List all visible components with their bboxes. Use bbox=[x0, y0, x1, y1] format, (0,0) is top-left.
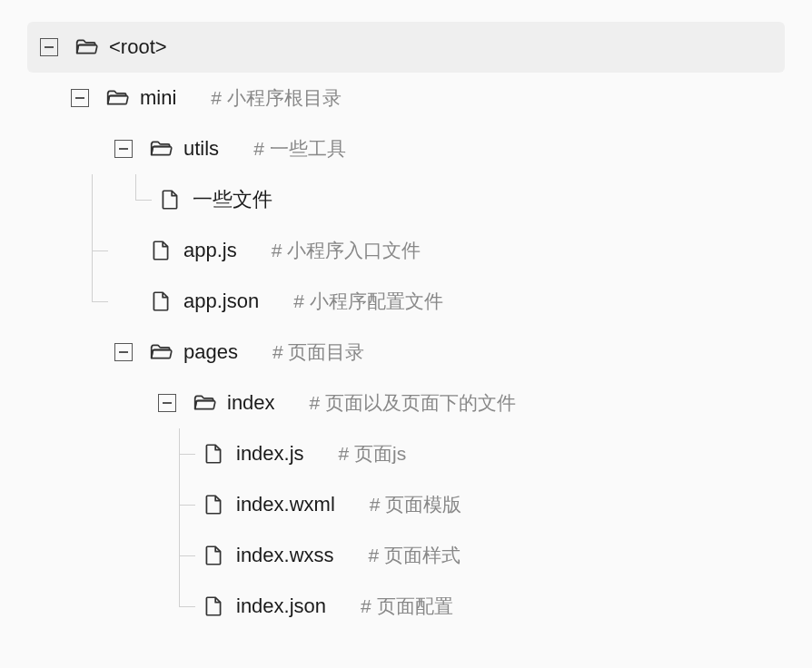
node-label: mini bbox=[140, 86, 176, 110]
tree-row-index-json[interactable]: index.json # 页面配置 bbox=[27, 581, 785, 632]
node-label: <root> bbox=[109, 35, 167, 59]
node-label: index.js bbox=[236, 442, 304, 466]
node-label: index.wxss bbox=[236, 544, 334, 567]
node-comment: # 一些工具 bbox=[253, 136, 346, 162]
collapse-icon[interactable] bbox=[71, 89, 89, 107]
node-label: app.json bbox=[183, 290, 259, 313]
file-icon bbox=[149, 239, 173, 262]
file-icon bbox=[149, 290, 173, 313]
node-comment: # 页面js bbox=[339, 441, 407, 467]
node-label: 一些文件 bbox=[193, 186, 272, 213]
node-comment: # 页面以及页面下的文件 bbox=[310, 390, 517, 416]
tree-row-index-js[interactable]: index.js # 页面js bbox=[27, 428, 785, 479]
folder-open-icon bbox=[74, 35, 98, 59]
collapse-icon[interactable] bbox=[114, 140, 133, 158]
folder-open-icon bbox=[105, 86, 129, 110]
node-label: utils bbox=[183, 137, 219, 161]
node-comment: # 页面目录 bbox=[272, 339, 365, 365]
folder-open-icon bbox=[193, 391, 216, 415]
collapse-icon[interactable] bbox=[114, 343, 133, 361]
file-icon bbox=[158, 188, 182, 211]
node-label: index bbox=[227, 391, 275, 415]
node-label: pages bbox=[183, 340, 238, 364]
node-comment: # 小程序入口文件 bbox=[272, 238, 421, 263]
tree-row-index-wxml[interactable]: index.wxml # 页面模版 bbox=[27, 479, 785, 530]
file-tree: <root> mini # 小程序根目录 utils # 一些工具 一些文件 a… bbox=[0, 0, 812, 668]
folder-open-icon bbox=[149, 340, 173, 364]
tree-row-mini[interactable]: mini # 小程序根目录 bbox=[27, 73, 785, 123]
file-icon bbox=[202, 442, 225, 466]
tree-row-app-js[interactable]: app.js # 小程序入口文件 bbox=[27, 225, 785, 276]
node-comment: # 页面样式 bbox=[369, 543, 461, 568]
file-icon bbox=[202, 544, 225, 567]
file-icon bbox=[202, 594, 225, 618]
node-comment: # 页面模版 bbox=[370, 492, 462, 517]
tree-row-utils[interactable]: utils # 一些工具 bbox=[27, 123, 785, 174]
folder-open-icon bbox=[149, 137, 173, 161]
tree-row-index-wxss[interactable]: index.wxss # 页面样式 bbox=[27, 530, 785, 581]
tree-row-utils-file[interactable]: 一些文件 bbox=[27, 174, 785, 225]
tree-row-index-dir[interactable]: index # 页面以及页面下的文件 bbox=[27, 378, 785, 428]
tree-row-app-json[interactable]: app.json # 小程序配置文件 bbox=[27, 276, 785, 327]
node-comment: # 小程序配置文件 bbox=[293, 289, 443, 314]
tree-row-pages[interactable]: pages # 页面目录 bbox=[27, 327, 785, 378]
node-label: app.js bbox=[183, 239, 237, 262]
collapse-icon[interactable] bbox=[158, 394, 176, 412]
node-comment: # 页面配置 bbox=[361, 594, 453, 619]
node-label: index.json bbox=[236, 594, 326, 618]
collapse-icon[interactable] bbox=[40, 38, 58, 56]
node-label: index.wxml bbox=[236, 493, 335, 516]
file-icon bbox=[202, 493, 225, 516]
node-comment: # 小程序根目录 bbox=[211, 85, 342, 111]
tree-row-root[interactable]: <root> bbox=[27, 22, 785, 73]
